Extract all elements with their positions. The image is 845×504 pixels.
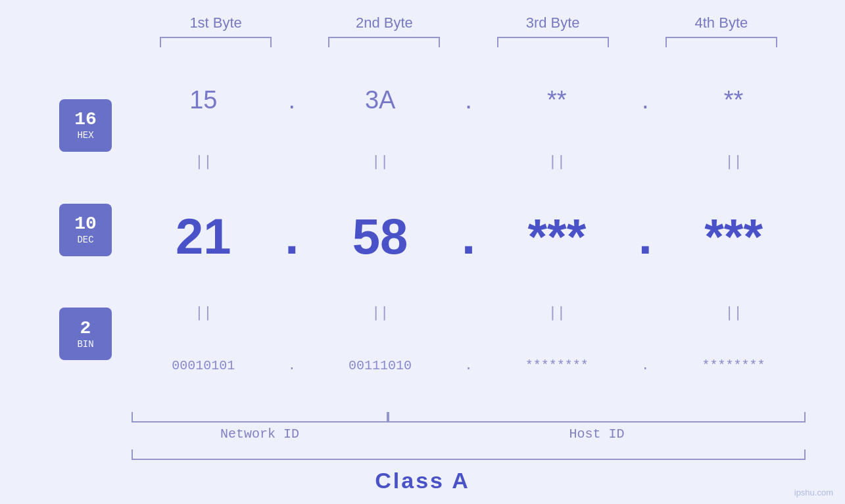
hex-data-row: 15 . 3A . ** . ** <box>132 86 806 114</box>
bin-dot-1: . <box>276 358 308 373</box>
network-id-label: Network ID <box>132 426 388 442</box>
eq-1-c2: || <box>308 152 452 169</box>
hex-dot-2: . <box>452 86 485 114</box>
hex-badge-label: HEX <box>77 130 93 141</box>
bin-val-3: ******** <box>485 358 629 373</box>
eq-row-1: || || || || <box>132 152 806 169</box>
bin-dot-2: . <box>452 358 485 373</box>
bin-badge-number: 2 <box>80 319 91 339</box>
hex-val-3: ** <box>485 86 629 114</box>
byte1-header: 1st Byte <box>132 14 300 32</box>
bracket-4 <box>665 37 777 47</box>
host-bracket <box>388 412 806 423</box>
host-id-label: Host ID <box>388 426 806 442</box>
bracket-col-4 <box>637 37 806 47</box>
eq-1-c4: || <box>662 152 806 169</box>
eq-2-c3: || <box>485 304 629 320</box>
bottom-labels-section: Network ID Host ID <box>0 412 845 442</box>
dec-badge: 10 DEC <box>59 204 112 256</box>
class-label: Class A <box>375 468 470 493</box>
dec-val-2: 58 <box>308 208 452 265</box>
hex-val-4: ** <box>662 86 806 114</box>
bin-val-4: ******** <box>662 358 806 373</box>
dec-data-row: 21 . 58 . *** . *** <box>132 208 806 265</box>
dec-val-3: *** <box>485 208 629 265</box>
byte4-header: 4th Byte <box>637 14 806 32</box>
hex-val-2: 3A <box>308 86 452 114</box>
dec-dot-3: . <box>629 208 662 265</box>
hex-val-1: 15 <box>132 86 276 114</box>
eq-1-c3: || <box>485 152 629 169</box>
bin-badge: 2 BIN <box>59 308 112 360</box>
bin-dot-3: . <box>629 358 662 373</box>
hex-dot-3: . <box>629 86 662 114</box>
outer-bracket <box>132 449 806 460</box>
dec-val-1: 21 <box>132 208 276 265</box>
bracket-1 <box>160 37 272 47</box>
bin-val-2: 00111010 <box>308 358 452 373</box>
eq-2-c1: || <box>132 304 276 320</box>
bracket-2 <box>328 37 440 47</box>
bracket-col-3 <box>469 37 637 47</box>
bin-data-row: 00010101 . 00111010 . ******** . <box>132 358 806 373</box>
bracket-3 <box>497 37 609 47</box>
hex-dot-1: . <box>276 86 308 114</box>
bracket-col-2 <box>300 37 468 47</box>
class-section: Class A <box>0 460 845 504</box>
byte3-header: 3rd Byte <box>469 14 637 32</box>
data-section: 15 . 3A . ** . ** <box>132 47 806 412</box>
eq-2-c4: || <box>662 304 806 320</box>
hex-badge: 16 HEX <box>59 99 112 152</box>
byte-headers-row: 1st Byte 2nd Byte 3rd Byte 4th Byte <box>0 0 845 32</box>
dec-badge-label: DEC <box>77 235 93 245</box>
byte2-header: 2nd Byte <box>300 14 468 32</box>
outer-bracket-section <box>0 442 845 460</box>
hex-badge-number: 16 <box>74 110 97 130</box>
network-bracket <box>132 412 388 423</box>
watermark: ipshu.com <box>794 488 833 497</box>
bracket-col-1 <box>132 37 300 47</box>
page-container: 1st Byte 2nd Byte 3rd Byte 4th Byte 16 H… <box>0 0 845 504</box>
bin-val-1: 00010101 <box>132 358 276 373</box>
dec-dot-2: . <box>452 208 485 265</box>
top-brackets <box>0 32 845 47</box>
eq-1-c1: || <box>132 152 276 169</box>
main-content: 16 HEX 10 DEC 2 BIN 15 . <box>0 47 845 412</box>
bottom-brackets-row <box>132 412 806 423</box>
eq-2-c2: || <box>308 304 452 320</box>
dec-badge-number: 10 <box>74 214 97 235</box>
eq-row-2: || || || || <box>132 304 806 320</box>
bottom-labels-row: Network ID Host ID <box>132 426 806 442</box>
dec-dot-1: . <box>276 208 308 265</box>
bin-badge-label: BIN <box>77 339 93 350</box>
badges-column: 16 HEX 10 DEC 2 BIN <box>39 47 132 412</box>
dec-val-4: *** <box>662 208 806 265</box>
